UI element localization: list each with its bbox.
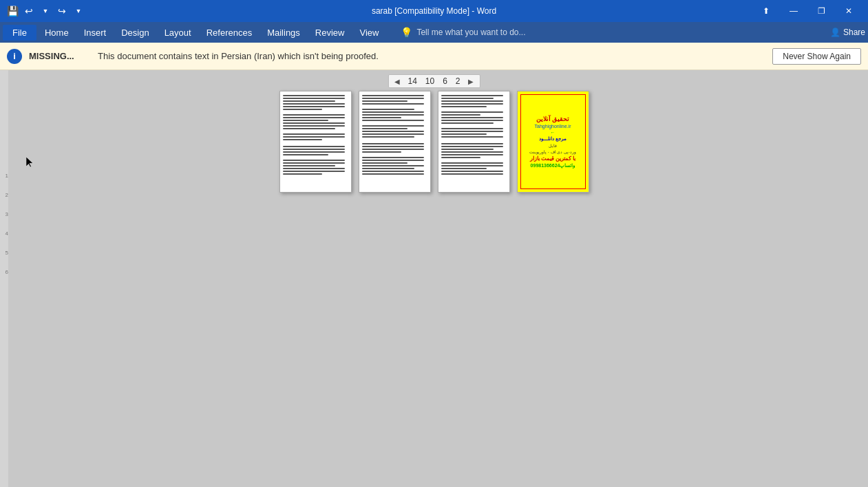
nav-num-14[interactable]: 14 xyxy=(405,76,419,86)
text-line xyxy=(362,173,424,175)
text-line xyxy=(283,146,345,147)
text-line xyxy=(441,146,503,147)
text-line xyxy=(441,133,487,135)
share-button[interactable]: 👤 Share xyxy=(830,28,865,37)
text-line xyxy=(283,162,345,164)
page-4-ad: تحقیق آنلاین Tahghighonline.ir ← مرجع دا… xyxy=(517,91,589,193)
text-line xyxy=(441,136,503,138)
text-line xyxy=(283,154,329,155)
text-line xyxy=(441,173,503,175)
text-line xyxy=(362,149,424,150)
text-line xyxy=(362,136,414,138)
text-line xyxy=(441,143,503,144)
nav-next-icon[interactable]: ▶ xyxy=(466,77,476,86)
text-line xyxy=(283,149,345,150)
nav-prev-icon[interactable]: ◀ xyxy=(392,77,402,86)
title-bar: 💾 ↩ ▼ ↪ ▼ sarab [Compatibility Mode] - W… xyxy=(0,0,868,22)
notification-message: This document contains text in Persian (… xyxy=(98,51,765,61)
menu-insert[interactable]: Insert xyxy=(77,25,114,41)
text-line xyxy=(362,168,414,169)
text-line xyxy=(283,120,329,121)
text-line xyxy=(441,120,503,121)
menu-review[interactable]: Review xyxy=(308,25,352,41)
left-ruler: 1 2 3 4 5 6 xyxy=(0,70,8,487)
text-line xyxy=(283,133,345,135)
nav-num-6[interactable]: 6 xyxy=(440,76,450,86)
ad-line4: با کمترین قیمت بازار xyxy=(530,155,576,162)
share-person-icon: 👤 xyxy=(830,28,840,37)
ad-arrow: ← xyxy=(551,130,555,135)
menu-references[interactable]: References xyxy=(200,25,259,41)
tick-4: 4 xyxy=(1,224,8,244)
text-line xyxy=(283,122,345,124)
text-line xyxy=(362,111,424,113)
text-line xyxy=(441,100,503,102)
text-line xyxy=(362,98,424,99)
tick-6: 6 xyxy=(1,263,8,282)
text-line xyxy=(441,131,503,132)
text-line xyxy=(283,139,322,140)
ad-line2: فایل xyxy=(549,143,557,148)
ad-phone: واتساپ09981366624 xyxy=(531,163,575,169)
text-line xyxy=(283,95,345,96)
text-line xyxy=(441,171,503,172)
never-show-again-button[interactable]: Never Show Again xyxy=(772,48,861,65)
quick-access-toolbar: 💾 ↩ ▼ ↪ ▼ xyxy=(6,4,85,18)
text-line xyxy=(362,151,401,153)
menu-home[interactable]: Home xyxy=(38,25,76,41)
window-controls: ⬆ — ❐ ✕ xyxy=(752,0,862,22)
tick-1: 1 xyxy=(1,166,8,186)
text-line xyxy=(362,143,424,144)
save-icon[interactable]: 💾 xyxy=(6,4,19,18)
ad-site: Tahghighonline.ir xyxy=(535,124,571,129)
text-line xyxy=(283,168,345,169)
text-line xyxy=(283,109,322,110)
text-line xyxy=(283,160,345,161)
page-1 xyxy=(279,91,352,193)
nav-num-2[interactable]: 2 xyxy=(453,76,463,86)
text-line xyxy=(283,98,345,99)
text-line xyxy=(362,128,408,129)
undo-dropdown-icon[interactable]: ▼ xyxy=(39,4,52,18)
page-navigation: ◀ 14 10 6 2 ▶ xyxy=(388,74,480,88)
close-button[interactable]: ✕ xyxy=(835,0,862,22)
text-line xyxy=(441,154,503,155)
text-line xyxy=(362,109,414,110)
text-line xyxy=(283,151,345,153)
text-line xyxy=(441,117,503,118)
text-line xyxy=(441,128,503,129)
share-label: Share xyxy=(843,28,865,37)
text-line xyxy=(283,165,335,166)
tick-5: 5 xyxy=(1,244,8,263)
text-line xyxy=(362,103,424,105)
menu-file[interactable]: File xyxy=(3,25,36,41)
redo-icon[interactable]: ↪ xyxy=(55,4,69,18)
text-line xyxy=(441,168,487,169)
menu-design[interactable]: Design xyxy=(114,25,156,41)
text-line xyxy=(441,98,494,99)
ad-line3: ورد-پی دی اف - پاورپوینت xyxy=(529,149,576,154)
search-placeholder-text[interactable]: Tell me what you want to do... xyxy=(416,28,525,37)
text-line xyxy=(362,100,408,102)
menu-bar: File Home Insert Design Layout Reference… xyxy=(0,22,868,43)
maximize-button[interactable]: ❐ xyxy=(807,0,835,22)
text-line xyxy=(283,106,345,107)
tick-3: 3 xyxy=(1,205,8,224)
text-line xyxy=(362,171,424,172)
ribbon-collapse-button[interactable]: ⬆ xyxy=(752,0,780,22)
menu-view[interactable]: View xyxy=(352,25,385,41)
text-line xyxy=(283,100,335,102)
text-line xyxy=(283,171,345,172)
text-line xyxy=(441,106,487,107)
text-line xyxy=(441,151,503,153)
minimize-button[interactable]: — xyxy=(780,0,807,22)
text-line xyxy=(362,95,424,96)
menu-mailings[interactable]: Mailings xyxy=(260,25,307,41)
customize-qat-icon[interactable]: ▼ xyxy=(72,4,85,18)
pages-container: تحقیق آنلاین Tahghighonline.ir ← مرجع دا… xyxy=(279,91,589,193)
menu-layout[interactable]: Layout xyxy=(158,25,198,41)
text-line xyxy=(441,95,503,96)
nav-num-10[interactable]: 10 xyxy=(423,76,437,86)
undo-icon[interactable]: ↩ xyxy=(22,4,36,18)
page-2 xyxy=(359,91,431,193)
